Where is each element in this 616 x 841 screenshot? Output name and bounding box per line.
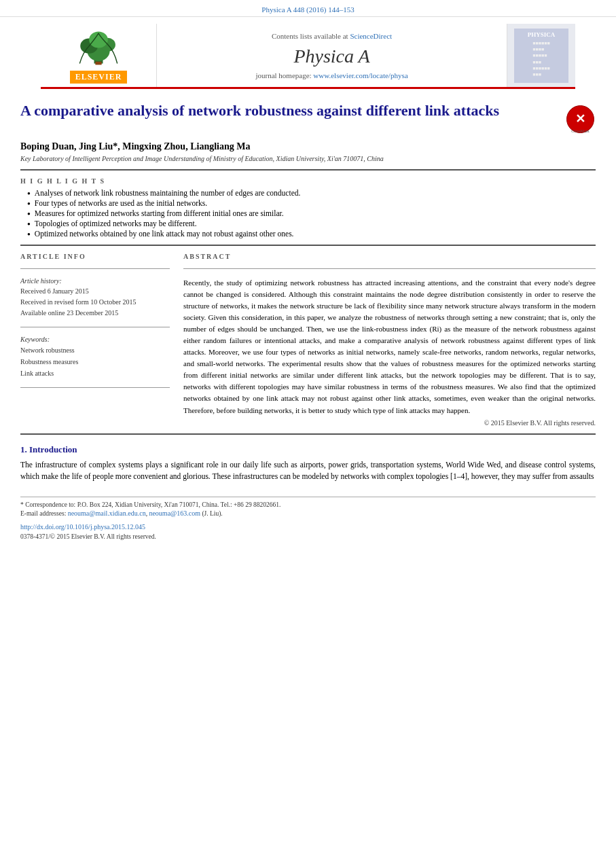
article-dates: Received 6 January 2015 Received in revi… — [20, 286, 170, 319]
highlight-item-2: Four types of networks are used as the i… — [27, 199, 596, 207]
keywords-list: Network robustness Robustness measures L… — [20, 344, 170, 379]
affiliation-line: Key Laboratory of Intelligent Perception… — [20, 155, 596, 162]
copyright-line: © 2015 Elsevier B.V. All rights reserved… — [183, 419, 596, 427]
keyword-2: Robustness measures — [20, 356, 170, 368]
article-info-col: ARTICLE INFO Article history: Received 6… — [20, 253, 170, 427]
email-note: E-mail addresses: neouma@mail.xidian.edu… — [20, 509, 596, 517]
divider-article-info — [20, 268, 170, 269]
abstract-text: Recently, the study of optimizing networ… — [183, 277, 596, 416]
keywords-label: Keywords: — [20, 336, 170, 343]
keyword-1: Network robustness — [20, 344, 170, 356]
highlight-item-4: Topologies of optimized networks may be … — [27, 219, 596, 228]
introduction-heading: 1. Introduction — [20, 444, 596, 455]
journal-info-center: Contents lists available at ScienceDirec… — [156, 24, 507, 87]
email-link-2[interactable]: neouma@163.com — [149, 509, 200, 517]
highlights-label: H I G H L I G H T S — [20, 177, 596, 185]
introduction-text: The infrastructure of complex systems pl… — [20, 459, 596, 484]
highlight-item-1: Analyses of network link robustness main… — [27, 189, 596, 197]
footer-copyright: 0378-4371/© 2015 Elsevier B.V. All right… — [20, 533, 596, 540]
elsevier-tree-icon — [68, 27, 129, 68]
correspondence-note: * Correspondence to: P.O. Box 224, Xidia… — [20, 501, 596, 508]
journal-homepage-link[interactable]: www.elsevier.com/locate/physa — [313, 71, 407, 79]
svg-text:CrossMark: CrossMark — [571, 129, 590, 133]
email-link-1[interactable]: neouma@mail.xidian.edu.cn — [68, 509, 146, 517]
sciencedirect-link[interactable]: ScienceDirect — [350, 32, 392, 40]
journal-name: Physica A — [293, 46, 369, 67]
svg-rect-5 — [95, 62, 101, 65]
available-date: Available online 23 December 2015 — [20, 308, 170, 319]
revised-date: Received in revised form 10 October 2015 — [20, 297, 170, 308]
divider-abstract — [183, 268, 596, 269]
highlights-list: Analyses of network link robustness main… — [20, 189, 596, 238]
divider-after-affiliation — [20, 169, 596, 171]
divider-after-abstract — [20, 433, 596, 435]
highlight-item-3: Measures for optimized networks starting… — [27, 209, 596, 217]
crossmark-icon: ✕ CrossMark — [565, 104, 596, 135]
authors-line: Boping Duan, Jing Liu*, Mingxing Zhou, L… — [20, 141, 596, 152]
article-title-section: A comparative analysis of network robust… — [20, 89, 596, 141]
abstract-col: ABSTRACT Recently, the study of optimizi… — [183, 253, 596, 427]
divider-keywords — [20, 327, 170, 327]
journal-homepage-line: journal homepage: www.elsevier.com/locat… — [255, 71, 407, 79]
two-column-section: ARTICLE INFO Article history: Received 6… — [20, 253, 596, 427]
highlight-item-5: Optimized networks obtained by one link … — [27, 230, 596, 238]
divider-end-info — [20, 387, 170, 388]
received-date: Received 6 January 2015 — [20, 286, 170, 297]
divider-after-highlights — [20, 245, 596, 246]
journal-citation-link[interactable]: Physica A 448 (2016) 144–153 — [261, 5, 354, 14]
article-info-label: ARTICLE INFO — [20, 253, 170, 260]
main-content: A comparative analysis of network robust… — [0, 89, 616, 483]
elsevier-logo-area: ELSEVIER — [41, 24, 156, 87]
journal-thumbnail: PHYSICA ■■■■■■ ■■■■ ■■■■■ ■■■ ■■■■■■ ■■■ — [507, 24, 575, 87]
article-title: A comparative analysis of network robust… — [20, 101, 565, 121]
article-history-label: Article history: — [20, 277, 170, 285]
thumb-image: PHYSICA ■■■■■■ ■■■■ ■■■■■ ■■■ ■■■■■■ ■■■ — [514, 29, 568, 83]
svg-text:✕: ✕ — [575, 112, 585, 126]
elsevier-wordmark: ELSEVIER — [70, 71, 128, 84]
contents-line: Contents lists available at ScienceDirec… — [272, 32, 392, 40]
page-footer: * Correspondence to: P.O. Box 224, Xidia… — [20, 497, 596, 540]
journal-citation-bar: Physica A 448 (2016) 144–153 — [0, 0, 616, 17]
page: Physica A 448 (2016) 144–153 ELSEVI — [0, 0, 616, 841]
keyword-3: Link attacks — [20, 368, 170, 379]
journal-header: ELSEVIER Contents lists available at Sci… — [41, 17, 575, 89]
abstract-label: ABSTRACT — [183, 253, 596, 260]
doi-link[interactable]: http://dx.doi.org/10.1016/j.physa.2015.1… — [20, 523, 145, 531]
